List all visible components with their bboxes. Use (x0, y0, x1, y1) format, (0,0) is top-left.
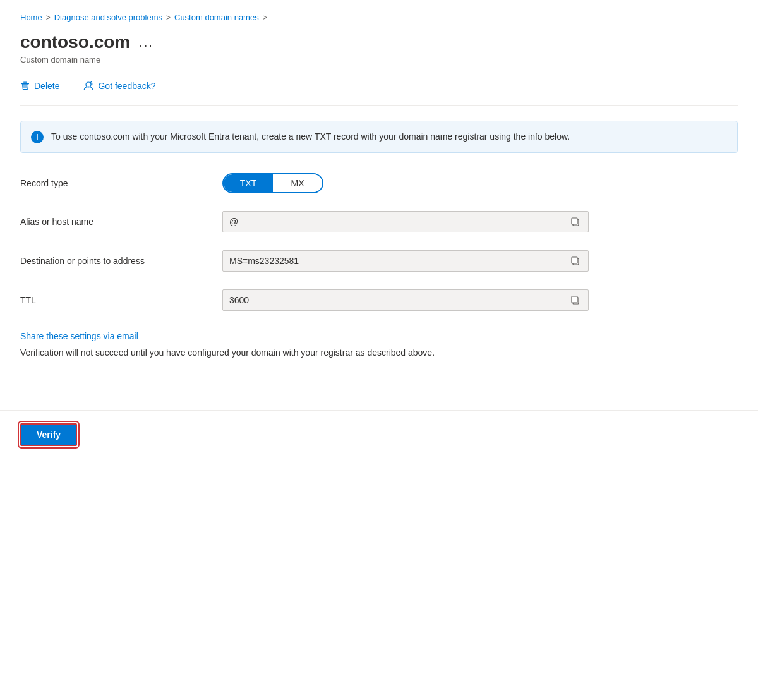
svg-rect-1 (23, 82, 27, 83)
delete-button[interactable]: Delete (20, 77, 67, 95)
ttl-input[interactable] (229, 295, 564, 305)
toolbar-separator (75, 80, 75, 92)
breadcrumb-home[interactable]: Home (20, 13, 42, 22)
ellipsis-button[interactable]: ... (136, 33, 156, 52)
trash-icon (20, 81, 30, 91)
alias-row: Alias or host name (20, 211, 738, 232)
copy-icon (570, 217, 581, 227)
alias-label: Alias or host name (20, 217, 222, 227)
info-banner-text: To use contoso.com with your Microsoft E… (51, 130, 570, 143)
form-area: Record type TXT MX Alias or host name (20, 173, 738, 311)
feedback-icon (83, 81, 94, 91)
alias-input-wrapper (222, 211, 589, 232)
breadcrumb: Home > Diagnose and solve problems > Cus… (20, 13, 738, 22)
record-type-toggle[interactable]: TXT MX (222, 173, 323, 193)
ttl-control (222, 289, 589, 311)
breadcrumb-sep-1: > (46, 13, 51, 22)
share-email-link[interactable]: Share these settings via email (20, 331, 738, 341)
info-banner: i To use contoso.com with your Microsoft… (20, 121, 738, 153)
svg-rect-9 (572, 257, 577, 263)
destination-label: Destination or points to address (20, 256, 222, 266)
toolbar: Delete Got feedback? (20, 77, 738, 106)
svg-rect-7 (572, 218, 577, 224)
info-icon: i (31, 131, 44, 143)
alias-input[interactable] (229, 217, 564, 227)
ttl-row: TTL (20, 289, 738, 311)
feedback-button[interactable]: Got feedback? (83, 77, 163, 95)
alias-control (222, 211, 589, 232)
record-type-control: TXT MX (222, 173, 589, 193)
page-title: contoso.com (20, 32, 130, 52)
verification-note: Verification will not succeed until you … (20, 346, 738, 359)
ttl-input-wrapper (222, 289, 589, 311)
breadcrumb-custom-domains[interactable]: Custom domain names (174, 13, 259, 22)
bottom-bar: Verify (0, 410, 758, 459)
delete-label: Delete (34, 81, 59, 91)
toggle-mx[interactable]: MX (273, 174, 322, 192)
svg-rect-11 (572, 296, 577, 303)
verify-button[interactable]: Verify (20, 423, 77, 446)
record-type-row: Record type TXT MX (20, 173, 738, 193)
breadcrumb-sep-3: > (263, 13, 267, 22)
destination-input-wrapper (222, 250, 589, 272)
alias-copy-button[interactable] (569, 215, 582, 228)
copy-icon-3 (570, 295, 581, 305)
breadcrumb-diagnose[interactable]: Diagnose and solve problems (54, 13, 162, 22)
ttl-label: TTL (20, 295, 222, 305)
destination-input[interactable] (229, 256, 564, 266)
share-section: Share these settings via email Verificat… (20, 331, 738, 359)
destination-control (222, 250, 589, 272)
destination-row: Destination or points to address (20, 250, 738, 272)
title-area: contoso.com ... (20, 32, 738, 52)
ttl-copy-button[interactable] (569, 294, 582, 306)
page-subtitle: Custom domain name (20, 55, 738, 64)
breadcrumb-sep-2: > (166, 13, 171, 22)
record-type-label: Record type (20, 178, 222, 188)
feedback-label: Got feedback? (98, 81, 155, 91)
copy-icon-2 (570, 256, 581, 266)
toggle-txt[interactable]: TXT (224, 174, 273, 192)
destination-copy-button[interactable] (569, 255, 582, 267)
